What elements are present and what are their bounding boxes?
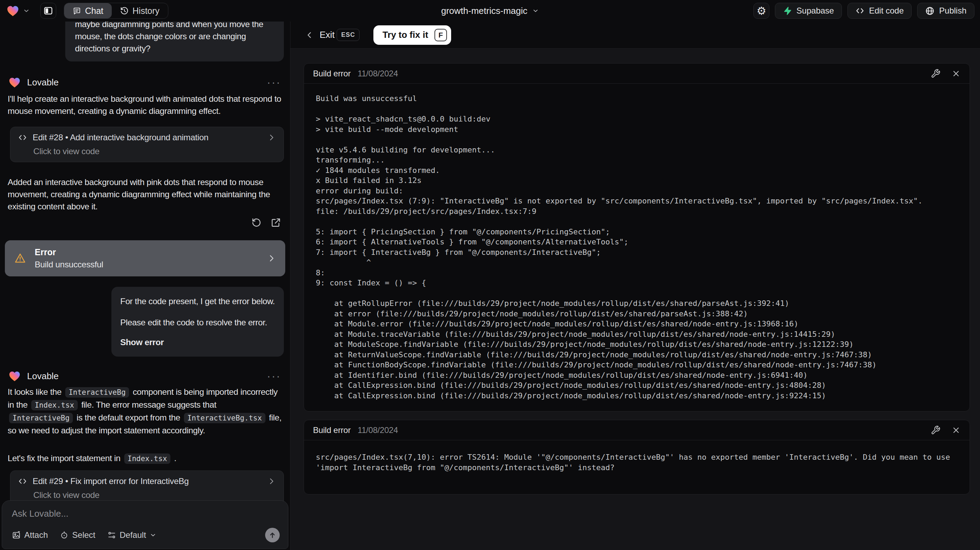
user-message: maybe diagramming points and when you mo… [65, 22, 284, 61]
project-switcher[interactable]: growth-metrics-magic [441, 0, 539, 22]
lovable-heart-icon [6, 4, 20, 18]
user-message-line: Please edit the code to resolve the erro… [121, 316, 275, 328]
chevron-left-icon [305, 30, 314, 40]
chevron-right-icon [267, 253, 276, 263]
build-error-date: 11/08/2024 [358, 426, 398, 435]
supabase-label: Supabase [796, 6, 834, 16]
chat-message-list[interactable]: maybe diagramming points and when you mo… [0, 22, 290, 550]
sidebar-toggle-button[interactable] [40, 3, 56, 19]
chat-composer: Attach Select Default [2, 501, 288, 549]
target-icon [60, 531, 69, 540]
user-message: For the code present, I get the error be… [111, 287, 284, 357]
select-label: Select [72, 530, 95, 540]
lovable-logo-menu[interactable] [6, 4, 30, 18]
topbar-actions: ⚙ Supabase Edit code Publish [753, 3, 974, 19]
show-error-link[interactable]: Show error [121, 336, 275, 348]
lovable-avatar [8, 76, 22, 89]
supabase-button[interactable]: Supabase [775, 3, 842, 19]
tab-chat[interactable]: Chat [64, 3, 112, 18]
chat-panel: maybe diagramming points and when you mo… [0, 22, 290, 550]
tab-history[interactable]: History [112, 3, 168, 18]
exit-label: Exit [320, 30, 334, 40]
build-error-card-2: Build error 11/08/2024 src/pages/Index.t… [304, 420, 970, 494]
assistant-summary-text: Added an interactive background with pin… [8, 176, 284, 212]
build-error-actions [931, 69, 961, 78]
publish-label: Publish [939, 6, 966, 16]
main-split: maybe diagramming points and when you mo… [0, 22, 980, 550]
attach-label: Attach [24, 530, 48, 540]
error-banner-title: Error [35, 247, 103, 257]
chevron-down-icon [150, 532, 156, 539]
code-brackets-icon [18, 133, 27, 142]
edit-card-title: Edit #28 • Add interactive background an… [33, 132, 208, 142]
panel-left-icon [43, 6, 53, 16]
assistant-intro-text: I'll help create an interactive backgrou… [8, 93, 284, 117]
code-brackets-icon [856, 6, 864, 15]
code-brackets-icon [18, 477, 27, 486]
build-error-actions [931, 426, 961, 435]
assistant-message-header: Lovable ··· [8, 369, 284, 383]
edit-card-28[interactable]: Edit #28 • Add interactive background an… [10, 127, 284, 162]
build-error-title: Build error [313, 69, 351, 78]
edit-card-title: Edit #29 • Fix import error for Interact… [33, 477, 189, 486]
close-icon[interactable] [951, 69, 961, 78]
build-error-log: Build was unsuccessful > vite_react_shad… [304, 84, 970, 411]
inline-code: Index.tsx [124, 453, 171, 464]
gear-icon: ⚙ [757, 6, 766, 16]
build-error-card-1: Build error 11/08/2024 Build was unsucce… [304, 63, 970, 411]
chevron-right-icon [267, 477, 276, 486]
chevron-down-icon [532, 7, 539, 14]
composer-toolbar: Attach Select Default [12, 528, 280, 542]
assistant-name: Lovable [27, 77, 59, 88]
supabase-bolt-icon [783, 6, 792, 15]
exit-button[interactable]: Exit [305, 30, 334, 40]
chevron-down-icon [23, 7, 30, 14]
edit-card-subtitle: Click to view code [33, 147, 276, 156]
assistant-fix-text-2: Let's fix the import statement in Index.… [8, 452, 284, 465]
tab-history-label: History [132, 6, 160, 16]
chat-history-tabs: Chat History [64, 3, 168, 19]
chat-input[interactable] [12, 509, 280, 528]
topbar-left: Chat History [6, 3, 168, 19]
assistant-message-header: Lovable ··· [8, 75, 284, 89]
try-to-fix-button[interactable]: Try to fix it F [374, 26, 451, 45]
restore-version-icon[interactable] [251, 217, 262, 228]
build-error-log: src/pages/Index.tsx(7,10): error TS2614:… [304, 440, 970, 494]
edit-code-label: Edit code [869, 6, 904, 16]
build-error-header: Build error 11/08/2024 [304, 64, 970, 84]
publish-button[interactable]: Publish [917, 3, 974, 19]
fix-wrench-icon[interactable] [931, 69, 940, 78]
error-overlay-body: Build error 11/08/2024 Build was unsucce… [290, 49, 980, 550]
model-selector[interactable]: Default [107, 530, 156, 540]
close-icon[interactable] [951, 426, 961, 435]
attach-button[interactable]: Attach [12, 530, 48, 540]
chevron-right-icon [267, 133, 276, 142]
edit-code-button[interactable]: Edit code [848, 3, 912, 19]
warning-triangle-icon [14, 252, 26, 264]
open-preview-icon[interactable] [271, 217, 281, 228]
error-banner-subtitle: Build unsuccessful [35, 260, 103, 269]
build-error-title: Build error [313, 426, 351, 435]
inline-code: InteractiveBg [9, 413, 73, 423]
build-error-header: Build error 11/08/2024 [304, 420, 970, 440]
build-error-date: 11/08/2024 [358, 69, 398, 78]
chat-bubble-icon [73, 6, 81, 15]
try-to-fix-label: Try to fix it [382, 30, 428, 40]
settings-button[interactable]: ⚙ [753, 3, 769, 19]
history-clock-icon [120, 6, 129, 15]
select-element-button[interactable]: Select [60, 530, 95, 540]
inline-code: InteractiveBg.tsx [184, 413, 266, 423]
globe-icon [925, 6, 935, 16]
overlay-toolbar: Exit ESC Try to fix it F [290, 22, 980, 49]
build-error-banner[interactable]: Error Build unsuccessful [5, 240, 285, 276]
lovable-avatar [8, 370, 22, 383]
lovable-app: Chat History growth-metrics-magic ⚙ [0, 0, 980, 550]
inline-code: Index.tsx [31, 400, 78, 410]
attach-image-icon [12, 531, 21, 540]
user-message-text: maybe diagramming points and when you mo… [75, 22, 263, 53]
esc-key-badge: ESC [337, 29, 360, 41]
send-button[interactable] [265, 528, 280, 542]
sliders-icon [107, 531, 116, 540]
fix-wrench-icon[interactable] [931, 426, 940, 435]
error-overlay-panel: Exit ESC Try to fix it F Build error 11/… [290, 22, 980, 550]
